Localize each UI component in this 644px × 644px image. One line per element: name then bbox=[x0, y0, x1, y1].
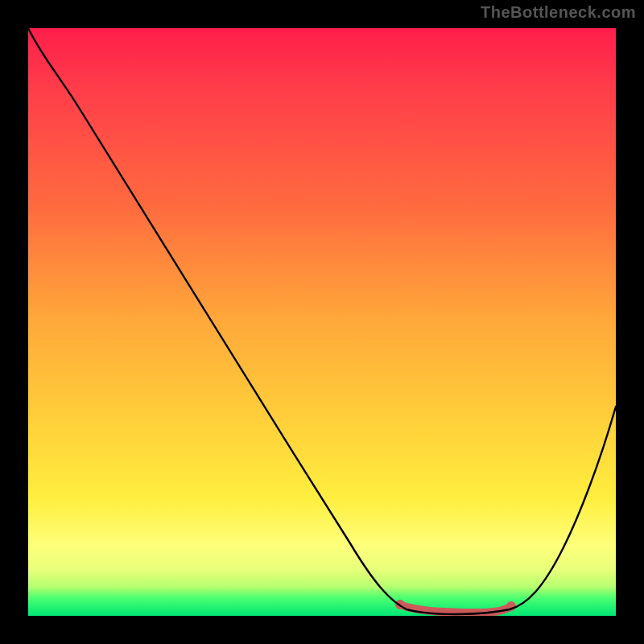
curve-svg bbox=[28, 28, 616, 616]
watermark-text: TheBottleneck.com bbox=[481, 3, 636, 22]
plot-area bbox=[28, 28, 616, 616]
chart-frame: TheBottleneck.com bbox=[0, 0, 644, 644]
bottleneck-curve-line bbox=[28, 28, 616, 614]
